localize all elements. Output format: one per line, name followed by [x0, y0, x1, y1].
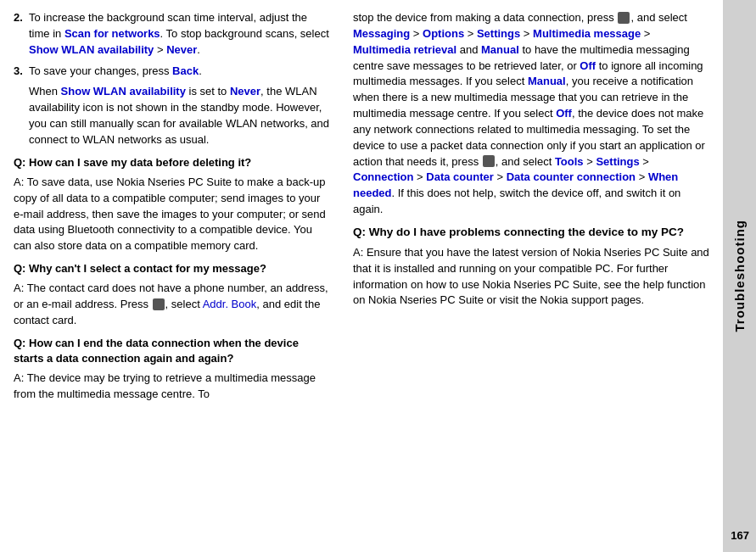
settings-highlight: Settings	[477, 27, 520, 40]
messaging-highlight: Messaging	[353, 27, 410, 40]
manual-highlight: Manual	[481, 43, 519, 56]
sidebar-label: Troubleshooting	[732, 220, 747, 332]
item-2-number: 2.	[14, 10, 25, 59]
show-wlan-highlight: Show WLAN availability	[29, 43, 154, 56]
question-3: Q: How can I end the data connection whe…	[14, 336, 331, 366]
menu-icon2	[618, 12, 630, 24]
off-highlight: Off	[580, 59, 596, 72]
item-3-indented: When Show WLAN availability is set to Ne…	[29, 84, 331, 148]
answer-3: A: The device may be trying to retrieve …	[14, 371, 331, 403]
sidebar: Troubleshooting 167	[723, 0, 756, 552]
scan-networks-highlight: Scan for networks	[64, 27, 160, 40]
multimedia-message-highlight: Multimedia message	[533, 27, 641, 40]
item-2: 2. To increase the background scan time …	[14, 10, 331, 59]
answer-1: A: To save data, use Nokia Nseries PC Su…	[14, 175, 331, 254]
item-3-content: To save your changes, press Back.	[29, 64, 202, 80]
manual-highlight2: Manual	[528, 75, 566, 87]
show-wlan-avail-highlight: Show WLAN availability	[61, 85, 186, 98]
question-4: Q: Why do I have problems connecting the…	[353, 225, 709, 241]
answer-4: A: Ensure that you have the latest versi…	[353, 245, 709, 309]
answer-3-continuation: stop the device from making a data conne…	[353, 10, 709, 218]
data-counter-highlight: Data counter	[426, 170, 493, 183]
never-highlight: Never	[166, 43, 197, 56]
addr-book-highlight: Addr. Book	[203, 298, 257, 310]
item-3-number: 3.	[14, 64, 25, 80]
question-1: Q: How can I save my data before deletin…	[14, 155, 331, 170]
main-content: 2. To increase the background scan time …	[0, 0, 723, 552]
data-counter-conn-highlight: Data counter connection	[507, 170, 636, 183]
answer-2: A: The contact card does not have a phon…	[14, 281, 331, 329]
menu-icon	[153, 298, 165, 310]
menu-icon3	[483, 155, 495, 167]
tools-highlight: Tools	[555, 155, 584, 168]
item-2-content: To increase the background scan time int…	[29, 10, 331, 59]
page-number: 167	[731, 529, 749, 542]
options-highlight: Options	[423, 27, 464, 40]
settings-highlight2: Settings	[596, 155, 639, 168]
back-highlight: Back	[172, 64, 199, 77]
multimedia-retrieval-highlight: Multimedia retrieval	[353, 43, 456, 56]
connection-highlight: Connection	[353, 170, 414, 183]
question-2: Q: Why can't I select a contact for my m…	[14, 261, 331, 276]
off-highlight2: Off	[556, 107, 572, 120]
item-3: 3. To save your changes, press Back.	[14, 64, 331, 80]
right-column: stop the device from making a data conne…	[344, 10, 709, 542]
left-column: 2. To increase the background scan time …	[14, 10, 344, 542]
never-highlight2: Never	[230, 85, 260, 98]
